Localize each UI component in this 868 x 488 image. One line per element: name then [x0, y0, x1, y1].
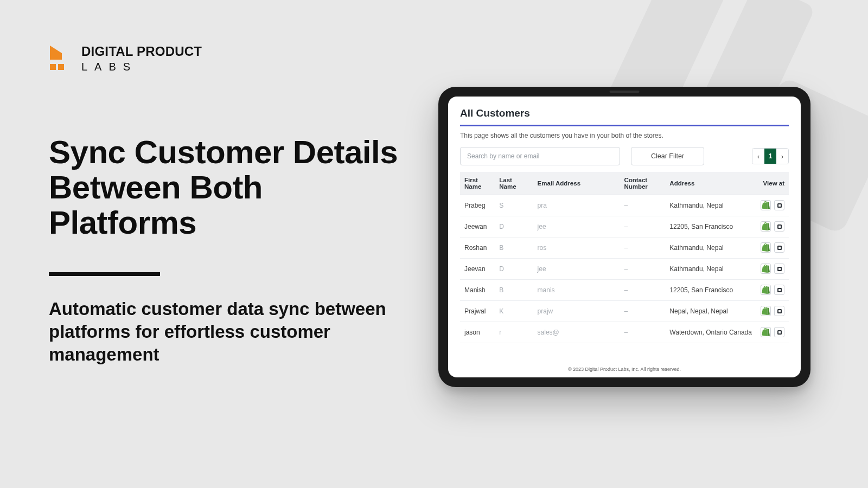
table-row: jasonrsales@–Waterdown, Ontario Canada — [460, 322, 789, 343]
col-contact: Contact Number — [620, 172, 665, 195]
clear-filter-button[interactable]: Clear Filter — [631, 147, 704, 165]
cell-contact: – — [620, 322, 665, 343]
cell-email: manis — [533, 280, 620, 301]
page-headline: Sync Customer Details Between Both Platf… — [49, 135, 407, 240]
svg-marker-0 — [50, 46, 62, 60]
headline-line-2: Between Both Platforms — [49, 169, 263, 241]
cell-contact: – — [620, 216, 665, 237]
headline-line-1: Sync Customer Details — [49, 134, 398, 170]
cell-first-name: Jeevan — [460, 259, 495, 280]
brand-line-2: LABS — [81, 61, 202, 73]
cell-last-name: K — [495, 301, 533, 322]
cell-email: ros — [533, 237, 620, 259]
customers-table: First Name Last Name Email Address Conta… — [460, 172, 789, 343]
cell-first-name: Roshan — [460, 237, 495, 259]
view-square-button[interactable] — [774, 242, 784, 253]
view-shopify-button[interactable] — [761, 285, 771, 295]
view-shopify-button[interactable] — [761, 242, 771, 253]
page-subheadline: Automatic customer data sync between pla… — [49, 298, 407, 367]
device-speaker — [610, 91, 640, 93]
view-shopify-button[interactable] — [761, 306, 771, 316]
col-last-name: Last Name — [495, 172, 533, 195]
col-view-at: View at — [756, 172, 789, 195]
cell-email: jee — [533, 216, 620, 237]
cell-address: Kathmandu, Nepal — [665, 195, 756, 216]
panel-underline — [460, 125, 789, 126]
cell-contact: – — [620, 259, 665, 280]
col-address: Address — [665, 172, 756, 195]
cell-last-name: D — [495, 216, 533, 237]
view-square-button[interactable] — [774, 200, 784, 210]
tablet-device-frame: All Customers This page shows all the cu… — [438, 87, 810, 387]
table-row: ManishBmanis–12205, San Francisco — [460, 280, 789, 301]
cell-last-name: B — [495, 280, 533, 301]
cell-first-name: Jeewan — [460, 216, 495, 237]
cell-last-name: r — [495, 322, 533, 343]
col-first-name: First Name — [460, 172, 495, 195]
table-row: RoshanBros–Kathmandu, Nepal — [460, 237, 789, 259]
brand-line-1: DIGITAL PRODUCT — [81, 44, 202, 59]
brand-logo: DIGITAL PRODUCT LABS — [49, 44, 407, 73]
cell-contact: – — [620, 195, 665, 216]
cell-view-at — [756, 280, 789, 301]
cell-first-name: Prabeg — [460, 195, 495, 216]
cell-contact: – — [620, 237, 665, 259]
svg-rect-1 — [50, 64, 56, 70]
cell-address: Nepal, Nepal, Nepal — [665, 301, 756, 322]
cell-view-at — [756, 301, 789, 322]
table-row: JeevanDjee–Kathmandu, Nepal — [460, 259, 789, 280]
cell-view-at — [756, 322, 789, 343]
cell-address: 12205, San Francisco — [665, 280, 756, 301]
pagination: ‹ 1 › — [752, 148, 789, 164]
app-screen: All Customers This page shows all the cu… — [448, 97, 801, 377]
cell-email: jee — [533, 259, 620, 280]
cell-email: sales@ — [533, 322, 620, 343]
view-shopify-button[interactable] — [761, 327, 771, 337]
pager-current-page: 1 — [764, 149, 776, 164]
view-square-button[interactable] — [774, 221, 784, 232]
table-row: PrajwalKprajw–Nepal, Nepal, Nepal — [460, 301, 789, 322]
logo-mark-icon — [49, 46, 71, 72]
view-shopify-button[interactable] — [761, 264, 771, 274]
brand-name: DIGITAL PRODUCT LABS — [81, 44, 202, 73]
cell-email: pra — [533, 195, 620, 216]
view-shopify-button[interactable] — [761, 221, 771, 232]
cell-view-at — [756, 216, 789, 237]
search-input[interactable] — [460, 147, 620, 165]
cell-address: Kathmandu, Nepal — [665, 259, 756, 280]
pager-next-button[interactable]: › — [776, 149, 788, 164]
view-square-button[interactable] — [774, 306, 784, 316]
pager-prev-button[interactable]: ‹ — [752, 149, 764, 164]
cell-last-name: S — [495, 195, 533, 216]
cell-last-name: B — [495, 237, 533, 259]
view-square-button[interactable] — [774, 264, 784, 274]
view-shopify-button[interactable] — [761, 200, 771, 210]
view-square-button[interactable] — [774, 327, 784, 337]
cell-address: Waterdown, Ontario Canada — [665, 322, 756, 343]
panel-description: This page shows all the customers you ha… — [460, 132, 789, 139]
cell-address: 12205, San Francisco — [665, 216, 756, 237]
cell-view-at — [756, 259, 789, 280]
table-row: PrabegSpra–Kathmandu, Nepal — [460, 195, 789, 216]
cell-contact: – — [620, 280, 665, 301]
svg-rect-2 — [58, 64, 64, 70]
view-square-button[interactable] — [774, 285, 784, 295]
cell-last-name: D — [495, 259, 533, 280]
app-footer: © 2023 Digital Product Labs, Inc. All ri… — [448, 363, 801, 377]
cell-first-name: Prajwal — [460, 301, 495, 322]
cell-view-at — [756, 195, 789, 216]
cell-first-name: Manish — [460, 280, 495, 301]
cell-view-at — [756, 237, 789, 259]
cell-contact: – — [620, 301, 665, 322]
cell-email: prajw — [533, 301, 620, 322]
col-email: Email Address — [533, 172, 620, 195]
divider — [49, 272, 160, 276]
panel-title: All Customers — [460, 107, 789, 119]
cell-first-name: jason — [460, 322, 495, 343]
cell-address: Kathmandu, Nepal — [665, 237, 756, 259]
table-row: JeewanDjee–12205, San Francisco — [460, 216, 789, 237]
